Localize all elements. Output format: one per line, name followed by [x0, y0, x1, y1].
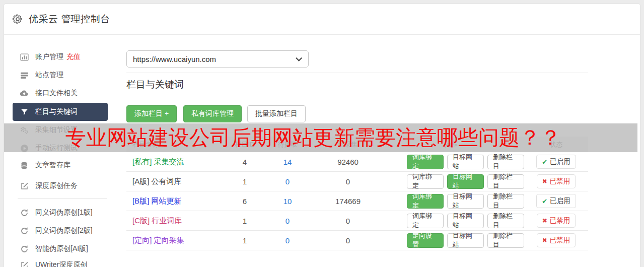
delete-column-button[interactable]: 删除栏目: [487, 174, 524, 189]
column-id-value: 1: [232, 177, 257, 186]
table-row: [定向] 定向采集100定向设置目标网站删除栏目✖已禁用: [126, 231, 588, 250]
toolbar: 添加栏目 +私有词库管理批量添加栏目: [126, 105, 306, 122]
row-actions: 词库绑定目标网站删除栏目: [378, 174, 524, 189]
cross-icon: ✖: [542, 217, 547, 224]
site-select-value: https://www.ucaiyun.com: [133, 55, 296, 63]
table-header: 栏目名称栏目ID待抓取已采集操作状态: [126, 137, 588, 152]
content-card: 优采云 管理控制台 账户管理充值站点管理接口文件相关栏目与关键词采集细节设置手动…: [4, 4, 640, 267]
site-list-icon: [20, 71, 29, 80]
column-name-link[interactable]: [定向] 定向采集: [126, 236, 232, 245]
pending-count-link[interactable]: 0: [285, 217, 290, 225]
gears-icon: [20, 125, 29, 135]
sidebar-item-account-management[interactable]: 账户管理充值: [13, 48, 108, 66]
table-row: [A版] 公有词库100词库绑定目标网站删除栏目✖已禁用: [126, 172, 588, 191]
column-header: 栏目ID: [232, 140, 257, 149]
site-select[interactable]: https://www.ucaiyun.com: [126, 50, 309, 68]
thesaurus-bind-button[interactable]: 词库绑定: [407, 214, 444, 228]
delete-column-button[interactable]: 删除栏目: [487, 233, 524, 248]
target-site-button[interactable]: 目标网站: [447, 174, 484, 189]
cloud-upload-icon: [20, 89, 29, 98]
column-name-link[interactable]: [B版] 网站更新: [126, 196, 232, 206]
delete-column-button[interactable]: 删除栏目: [487, 194, 524, 209]
sidebar-item-label: 栏目与关键词: [35, 107, 78, 116]
columns-table: 栏目名称栏目ID待抓取已采集操作状态[私有] 采集交流41492460词库绑定目…: [126, 137, 588, 250]
cross-icon: ✖: [542, 178, 547, 185]
edit-icon: [20, 261, 29, 267]
refresh-icon: [20, 209, 29, 217]
sidebar-item-label: 同义词伪原创[1版]: [35, 208, 93, 217]
sidebar-item-synonym-pseudo-v1[interactable]: 同义词伪原创[1版]: [13, 204, 108, 222]
row-actions: 词库绑定目标网站删除栏目: [378, 194, 524, 209]
status-label: 已禁用: [550, 216, 570, 225]
directional-settings-button[interactable]: 定向设置: [407, 233, 444, 248]
column-name-link[interactable]: [私有] 采集交流: [126, 157, 232, 167]
table-row: [C版] 行业词库100词库绑定目标网站删除栏目✖已禁用: [126, 211, 588, 231]
column-name-link[interactable]: [C版] 行业词库: [126, 216, 232, 226]
pending-count-link[interactable]: 0: [285, 177, 290, 186]
sidebar-item-label: 采集细节设置: [35, 125, 78, 135]
row-actions: 定向设置目标网站删除栏目: [378, 233, 524, 248]
target-site-button[interactable]: 目标网站: [447, 194, 484, 209]
status-badge[interactable]: ✖已禁用: [537, 214, 576, 228]
thesaurus-bind-button[interactable]: 词库绑定: [407, 174, 444, 189]
column-header: 栏目名称: [126, 140, 232, 149]
target-site-button[interactable]: 目标网站: [447, 233, 484, 248]
sidebar-item-deep-original-task[interactable]: 深度原创任务: [13, 177, 108, 195]
sidebar-item-label: 站点管理: [35, 71, 63, 80]
column-id-value: 1: [232, 236, 257, 245]
table-row: [B版] 网站更新610174669词库绑定目标网站删除栏目✔已启用: [126, 191, 588, 211]
gear-icon: [13, 14, 23, 24]
sidebar-item-article-staging[interactable]: 文章暂存库: [13, 156, 108, 174]
sidebar-item-smart-pseudo-ai[interactable]: 智能伪原创[AI版]: [13, 240, 108, 258]
status-badge[interactable]: ✔已启用: [536, 194, 576, 208]
sidebar-item-synonym-pseudo-v2[interactable]: 同义词伪原创[2版]: [13, 222, 108, 240]
target-site-button[interactable]: 目标网站: [447, 155, 484, 169]
column-name-link[interactable]: [A版] 公有词库: [126, 177, 232, 186]
status-badge[interactable]: ✖已禁用: [537, 233, 576, 247]
sidebar-item-manual-run-test[interactable]: 手动运行测试: [13, 139, 108, 157]
collected-count: 0: [318, 236, 378, 245]
delete-column-button[interactable]: 删除栏目: [487, 155, 524, 169]
pending-count-link[interactable]: 0: [285, 236, 290, 245]
pending-count-link[interactable]: 14: [283, 158, 292, 166]
recharge-link[interactable]: 充值: [66, 52, 81, 61]
check-icon: ✔: [542, 197, 547, 205]
sidebar-divider: [18, 198, 107, 199]
sidebar-item-collection-details[interactable]: 采集细节设置: [13, 121, 108, 139]
row-actions: 词库绑定目标网站删除栏目: [378, 155, 524, 169]
pending-count-link[interactable]: 10: [283, 197, 292, 206]
status-badge[interactable]: ✖已禁用: [537, 174, 576, 188]
sidebar-item-label: 深度原创任务: [35, 181, 78, 190]
delete-column-button[interactable]: 删除栏目: [487, 214, 524, 228]
app-header: 优采云 管理控制台: [4, 4, 640, 35]
bar-chart-icon: [20, 53, 29, 61]
target-site-button[interactable]: 目标网站: [447, 214, 484, 228]
check-icon: ✔: [542, 158, 547, 166]
sidebar-item-site-management[interactable]: 站点管理: [13, 66, 108, 84]
sidebar-item-columns-keywords[interactable]: 栏目与关键词: [13, 103, 108, 121]
sidebar-item-interface-files[interactable]: 接口文件相关: [13, 84, 108, 102]
table-row: [私有] 采集交流41492460词库绑定目标网站删除栏目✔已启用: [126, 152, 588, 172]
status-label: 已启用: [550, 157, 570, 166]
play-icon: [20, 144, 29, 153]
app-title: 优采云 管理控制台: [29, 13, 110, 26]
private-thesaurus-button[interactable]: 私有词库管理: [183, 105, 242, 122]
thesaurus-bind-button[interactable]: 词库绑定: [407, 194, 444, 209]
edit-icon: [20, 182, 29, 190]
status-label: 已禁用: [550, 236, 570, 245]
sidebar-item-label: UWriter深度原创: [35, 260, 87, 267]
status-badge[interactable]: ✔已启用: [536, 155, 576, 169]
refresh-icon: [20, 245, 29, 253]
refresh-icon: [20, 227, 29, 235]
collected-count: 174669: [318, 197, 378, 206]
collected-count: 92460: [318, 158, 378, 166]
filter-icon: [20, 108, 29, 116]
thesaurus-bind-button[interactable]: 词库绑定: [407, 155, 444, 169]
row-actions: 词库绑定目标网站删除栏目: [378, 214, 524, 228]
sidebar-item-uwriter-deep-original[interactable]: UWriter深度原创: [13, 256, 108, 267]
page-title: 栏目与关键词: [126, 78, 184, 91]
batch-add-column-button[interactable]: 批量添加栏目: [247, 105, 306, 122]
column-id-value: 1: [232, 217, 257, 225]
column-header: 待抓取: [257, 140, 318, 149]
add-column-button[interactable]: 添加栏目 +: [126, 105, 177, 122]
